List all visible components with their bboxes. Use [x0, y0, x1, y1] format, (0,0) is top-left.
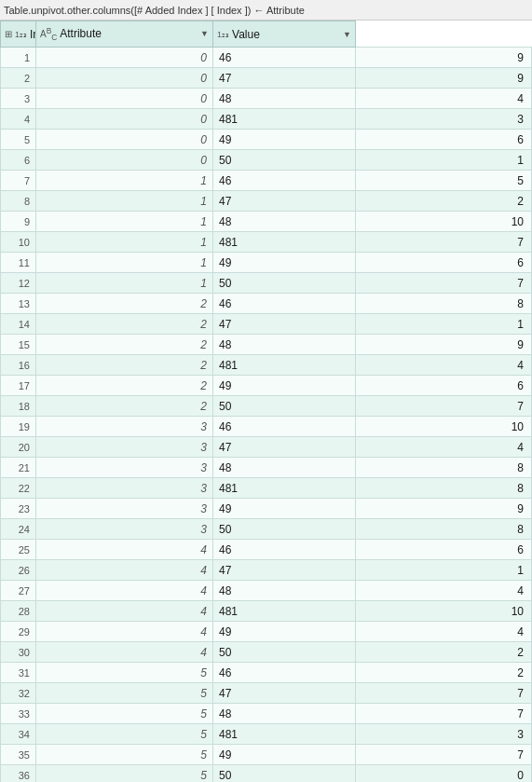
- cell-attribute: 481: [213, 355, 356, 376]
- cell-value: 9: [356, 499, 532, 519]
- cell-value: 4: [356, 437, 532, 458]
- cell-attribute: 47: [213, 437, 356, 458]
- table-row: 111496: [1, 253, 532, 273]
- cell-value: 7: [356, 232, 532, 253]
- cell-attribute: 47: [213, 683, 356, 704]
- top-bar: Table.unpivot.other.columns([# Added Ind…: [0, 0, 532, 21]
- cell-index: 0: [36, 48, 213, 68]
- cell-attribute: 46: [213, 540, 356, 560]
- table-body: 1046920479304844048135049660501714658147…: [1, 48, 532, 783]
- cell-attribute: 48: [213, 704, 356, 724]
- cell-value: 10: [356, 601, 532, 622]
- table-row: 182507: [1, 396, 532, 417]
- table-row: 81472: [1, 191, 532, 212]
- cell-attribute: 47: [213, 68, 356, 89]
- cell-index: 4: [36, 642, 213, 663]
- cell-value: 6: [356, 540, 532, 560]
- cell-index: 2: [36, 396, 213, 417]
- cell-attribute: 49: [213, 622, 356, 642]
- cell-value: 2: [356, 663, 532, 683]
- cell-rownum: 18: [1, 396, 36, 417]
- col-value-filter[interactable]: ▼: [343, 30, 351, 39]
- cell-attribute: 48: [213, 581, 356, 601]
- cell-rownum: 23: [1, 499, 36, 519]
- table-row: 2234818: [1, 478, 532, 499]
- cell-index: 0: [36, 109, 213, 130]
- table-row: 20479: [1, 68, 532, 89]
- cell-index: 0: [36, 89, 213, 109]
- table-row: 365500: [1, 765, 532, 783]
- cell-value: 4: [356, 355, 532, 376]
- cell-index: 0: [36, 68, 213, 89]
- cell-value: 8: [356, 294, 532, 314]
- cell-rownum: 31: [1, 663, 36, 683]
- cell-index: 4: [36, 560, 213, 581]
- table-row: 28448110: [1, 601, 532, 622]
- cell-value: 0: [356, 765, 532, 783]
- cell-rownum: 9: [1, 212, 36, 232]
- cell-value: 9: [356, 335, 532, 355]
- cell-index: 5: [36, 724, 213, 745]
- cell-rownum: 33: [1, 704, 36, 724]
- cell-value: 4: [356, 581, 532, 601]
- cell-value: 2: [356, 191, 532, 212]
- table-row: 3454813: [1, 724, 532, 745]
- cell-rownum: 29: [1, 622, 36, 642]
- cell-index: 0: [36, 130, 213, 150]
- cell-attribute: 46: [213, 171, 356, 191]
- cell-value: 3: [356, 109, 532, 130]
- cell-rownum: 22: [1, 478, 36, 499]
- cell-rownum: 14: [1, 314, 36, 335]
- table-row: 355497: [1, 745, 532, 765]
- cell-value: 4: [356, 89, 532, 109]
- cell-value: 7: [356, 683, 532, 704]
- cell-value: 5: [356, 171, 532, 191]
- cell-attribute: 49: [213, 253, 356, 273]
- col-attribute-filter[interactable]: ▼: [200, 29, 209, 38]
- cell-attribute: 50: [213, 396, 356, 417]
- table-row: 60501: [1, 150, 532, 171]
- cell-rownum: 36: [1, 765, 36, 783]
- cell-rownum: 16: [1, 355, 36, 376]
- cell-rownum: 1: [1, 48, 36, 68]
- table-wrapper: ⊞ 1₂₃ Index ▼ ABC Attribute: [0, 21, 532, 782]
- cell-value: 9: [356, 68, 532, 89]
- cell-index: 2: [36, 294, 213, 314]
- cell-attribute: 50: [213, 519, 356, 540]
- cell-attribute: 48: [213, 89, 356, 109]
- cell-index: 5: [36, 745, 213, 765]
- cell-attribute: 46: [213, 417, 356, 437]
- cell-index: 2: [36, 355, 213, 376]
- table-row: 172496: [1, 376, 532, 396]
- cell-attribute: 481: [213, 109, 356, 130]
- cell-attribute: 46: [213, 48, 356, 68]
- cell-attribute: 50: [213, 642, 356, 663]
- cell-value: 7: [356, 745, 532, 765]
- cell-index: 3: [36, 458, 213, 478]
- cell-value: 8: [356, 458, 532, 478]
- cell-attribute: 49: [213, 130, 356, 150]
- table-row: 233499: [1, 499, 532, 519]
- cell-index: 0: [36, 150, 213, 171]
- formula-bar-text: Table.unpivot.other.columns([# Added Ind…: [4, 5, 305, 16]
- cell-rownum: 34: [1, 724, 36, 745]
- cell-value: 1: [356, 560, 532, 581]
- cell-rownum: 3: [1, 89, 36, 109]
- table-row: 213488: [1, 458, 532, 478]
- cell-rownum: 30: [1, 642, 36, 663]
- cell-attribute: 50: [213, 765, 356, 783]
- cell-index: 1: [36, 273, 213, 294]
- cell-index: 2: [36, 335, 213, 355]
- cell-value: 6: [356, 130, 532, 150]
- cell-rownum: 26: [1, 560, 36, 581]
- cell-value: 7: [356, 396, 532, 417]
- cell-index: 4: [36, 622, 213, 642]
- cell-value: 9: [356, 48, 532, 68]
- cell-index: 2: [36, 376, 213, 396]
- cell-attribute: 481: [213, 478, 356, 499]
- cell-rownum: 4: [1, 109, 36, 130]
- cell-attribute: 481: [213, 601, 356, 622]
- cell-attribute: 50: [213, 150, 356, 171]
- cell-rownum: 5: [1, 130, 36, 150]
- cell-attribute: 49: [213, 745, 356, 765]
